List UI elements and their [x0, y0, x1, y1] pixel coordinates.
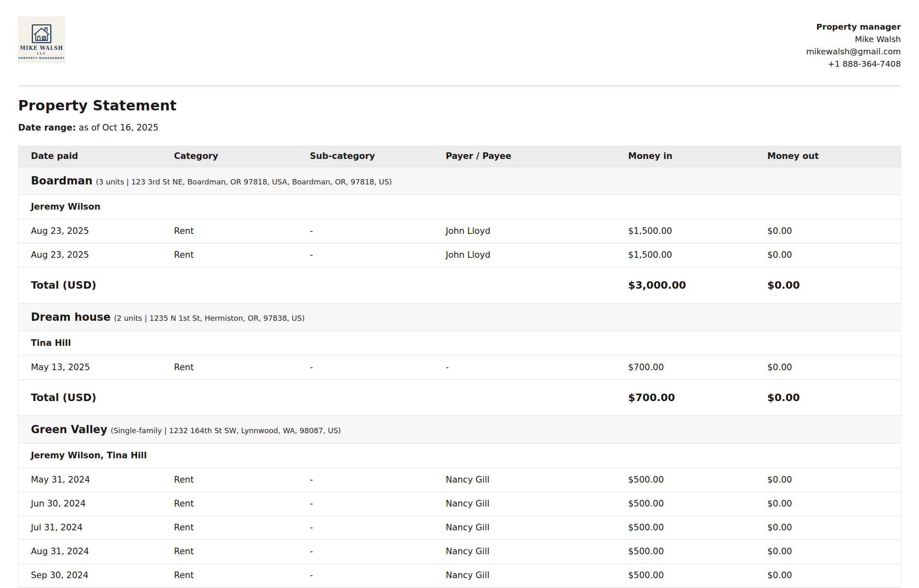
empty-cell [446, 267, 628, 303]
cell-money-out: $0.00 [767, 219, 901, 243]
tenant-names-row: Jeremy Wilson, Tina Hill [19, 443, 901, 468]
section-total-row: Total (USD)$700.00$0.00 [19, 379, 901, 415]
cell-category: Rent [174, 243, 310, 267]
empty-cell [310, 379, 446, 415]
date-range-label: Date range: [18, 123, 76, 133]
column-header-payer-payee: Payer / Payee [446, 145, 628, 167]
empty-cell [174, 267, 310, 303]
cell-money-in: $500.00 [628, 539, 767, 563]
cell-money-out: $0.00 [767, 243, 901, 267]
total-money-out-cell: $0.00 [767, 267, 901, 303]
cell-category: Rent [174, 516, 310, 539]
cell-money-in: $500.00 [628, 492, 767, 516]
cell-date-paid: Jul 31, 2024 [19, 516, 174, 539]
empty-cell [310, 267, 446, 303]
contact-phone: +1 888-364-7408 [806, 58, 901, 70]
cell-money-in: $500.00 [628, 468, 767, 492]
cell-date-paid: Jun 30, 2024 [19, 492, 174, 516]
cell-sub-category: - [310, 468, 446, 492]
logo-company-name: MIKE WALSH [20, 45, 63, 51]
tenant-names-row: Tina Hill [19, 331, 901, 355]
contact-role-label: Property manager [806, 21, 901, 33]
logo-subtitle: PROPERTY MANAGEMENT [19, 56, 65, 59]
cell-sub-category: - [310, 516, 446, 539]
cell-money-in: $1,500.00 [628, 243, 767, 267]
cell-money-out: $0.00 [767, 355, 901, 379]
cell-payer-payee: John Lloyd [446, 219, 628, 243]
column-header-money-in: Money in [628, 145, 767, 167]
cell-payer-payee: Nancy Gill [446, 539, 628, 563]
cell-money-in: $500.00 [628, 563, 767, 587]
transaction-row: Aug 31, 2024Rent-Nancy Gill$500.00$0.00 [19, 539, 901, 563]
tenant-names-cell: Jeremy Wilson, Tina Hill [19, 443, 901, 468]
column-header-sub-category: Sub-category [310, 145, 446, 167]
statement-table: Date paid Category Sub-category Payer / … [18, 145, 901, 588]
property-details: (2 units | 1235 N 1st St, Hermiston, OR,… [114, 314, 305, 322]
tenant-names-row: Jeremy Wilson [19, 194, 901, 219]
cell-money-out: $0.00 [767, 539, 901, 563]
total-money-out-cell: $0.00 [767, 379, 901, 415]
cell-payer-payee: John Lloyd [446, 243, 628, 267]
property-details: (Single-family | 1232 164th St SW, Lynnw… [111, 426, 341, 435]
cell-money-in: $500.00 [628, 516, 767, 539]
cell-sub-category: - [310, 492, 446, 516]
transaction-row: Aug 23, 2025Rent-John Lloyd$1,500.00$0.0… [19, 243, 901, 267]
property-name: Boardman [31, 175, 93, 187]
statement-table-header: Date paid Category Sub-category Payer / … [19, 145, 901, 167]
cell-category: Rent [174, 355, 310, 379]
cell-category: Rent [174, 468, 310, 492]
property-section-cell: Boardman(3 units | 123 3rd St NE, Boardm… [19, 167, 901, 194]
property-name: Green Valley [31, 423, 107, 436]
property-details: (3 units | 123 3rd St NE, Boardman, OR 9… [96, 177, 392, 186]
company-logo: MIKE WALSH LLC PROPERTY MANAGEMENT [18, 16, 65, 63]
cell-date-paid: Aug 23, 2025 [19, 243, 174, 267]
contact-email: mikewalsh@gmail.com [806, 45, 901, 58]
column-header-category: Category [174, 145, 310, 167]
property-section-row: Dream house(2 units | 1235 N 1st St, Her… [19, 303, 901, 331]
header-divider [18, 85, 901, 86]
property-manager-contact: Property manager Mike Walsh mikewalsh@gm… [806, 16, 901, 70]
transaction-row: May 13, 2025Rent--$700.00$0.00 [19, 355, 901, 379]
date-range: Date range: as of Oct 16, 2025 [18, 123, 901, 133]
property-section-row: Green Valley(Single-family | 1232 164th … [19, 415, 901, 443]
page-title: Property Statement [18, 97, 901, 114]
total-label-cell: Total (USD) [19, 379, 174, 415]
cell-sub-category: - [310, 563, 446, 587]
cell-category: Rent [174, 219, 310, 243]
property-section-cell: Green Valley(Single-family | 1232 164th … [19, 415, 901, 443]
transaction-row: Jul 31, 2024Rent-Nancy Gill$500.00$0.00 [19, 516, 901, 539]
column-header-money-out: Money out [767, 145, 901, 167]
transaction-row: Jun 30, 2024Rent-Nancy Gill$500.00$0.00 [19, 492, 901, 516]
page-header: MIKE WALSH LLC PROPERTY MANAGEMENT Prope… [18, 0, 901, 70]
cell-date-paid: May 13, 2025 [19, 355, 174, 379]
cell-date-paid: Aug 23, 2025 [19, 219, 174, 243]
cell-payer-payee: Nancy Gill [446, 492, 628, 516]
cell-payer-payee: Nancy Gill [446, 516, 628, 539]
transaction-row: May 31, 2024Rent-Nancy Gill$500.00$0.00 [19, 468, 901, 492]
cell-sub-category: - [310, 219, 446, 243]
transaction-row: Sep 30, 2024Rent-Nancy Gill$500.00$0.00 [19, 563, 901, 587]
empty-cell [174, 379, 310, 415]
cell-payer-payee: Nancy Gill [446, 563, 628, 587]
cell-money-in: $700.00 [628, 355, 767, 379]
cell-money-out: $0.00 [767, 516, 901, 539]
cell-sub-category: - [310, 243, 446, 267]
empty-cell [446, 379, 628, 415]
logo-llc-text: LLC [37, 52, 46, 55]
cell-money-out: $0.00 [767, 468, 901, 492]
cell-date-paid: May 31, 2024 [19, 468, 174, 492]
total-money-in-cell: $700.00 [628, 379, 767, 415]
statement-table-body: Boardman(3 units | 123 3rd St NE, Boardm… [19, 167, 901, 587]
cell-sub-category: - [310, 539, 446, 563]
cell-date-paid: Sep 30, 2024 [19, 563, 174, 587]
tenant-names-cell: Tina Hill [19, 331, 901, 355]
cell-payer-payee: - [446, 355, 628, 379]
property-name: Dream house [31, 311, 111, 323]
cell-money-out: $0.00 [767, 563, 901, 587]
property-section-row: Boardman(3 units | 123 3rd St NE, Boardm… [19, 167, 901, 194]
total-money-in-cell: $3,000.00 [628, 267, 767, 303]
cell-sub-category: - [310, 355, 446, 379]
cell-category: Rent [174, 539, 310, 563]
transaction-row: Aug 23, 2025Rent-John Lloyd$1,500.00$0.0… [19, 219, 901, 243]
cell-category: Rent [174, 563, 310, 587]
